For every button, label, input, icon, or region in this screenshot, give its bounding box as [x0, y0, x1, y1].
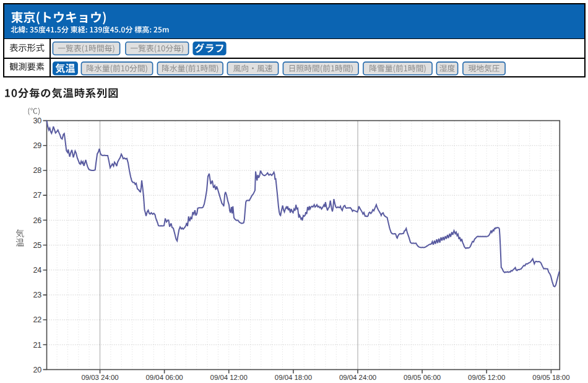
svg-text:23: 23 [33, 291, 41, 299]
svg-text:20: 20 [33, 366, 41, 374]
svg-text:21: 21 [33, 341, 41, 350]
svg-text:25: 25 [33, 241, 41, 250]
svg-text:09/04 12:00: 09/04 12:00 [210, 374, 248, 381]
svg-text:24: 24 [33, 266, 41, 275]
svg-text:09/05 18:00: 09/05 18:00 [532, 374, 569, 381]
svg-text:28: 28 [33, 166, 41, 175]
svg-text:29: 29 [33, 141, 41, 150]
svg-text:09/04 24:00: 09/04 24:00 [339, 374, 376, 381]
svg-text:09/04 18:00: 09/04 18:00 [275, 374, 312, 381]
svg-text:22: 22 [33, 315, 41, 324]
svg-text:09/05 12:00: 09/05 12:00 [468, 374, 505, 381]
svg-text:27: 27 [33, 191, 41, 200]
svg-text:09/05 06:00: 09/05 06:00 [404, 374, 441, 381]
svg-text:30: 30 [33, 117, 41, 125]
svg-text:09/04 06:00: 09/04 06:00 [146, 374, 183, 381]
svg-text:09/03 24:00: 09/03 24:00 [81, 374, 118, 381]
svg-text:26: 26 [33, 216, 41, 225]
